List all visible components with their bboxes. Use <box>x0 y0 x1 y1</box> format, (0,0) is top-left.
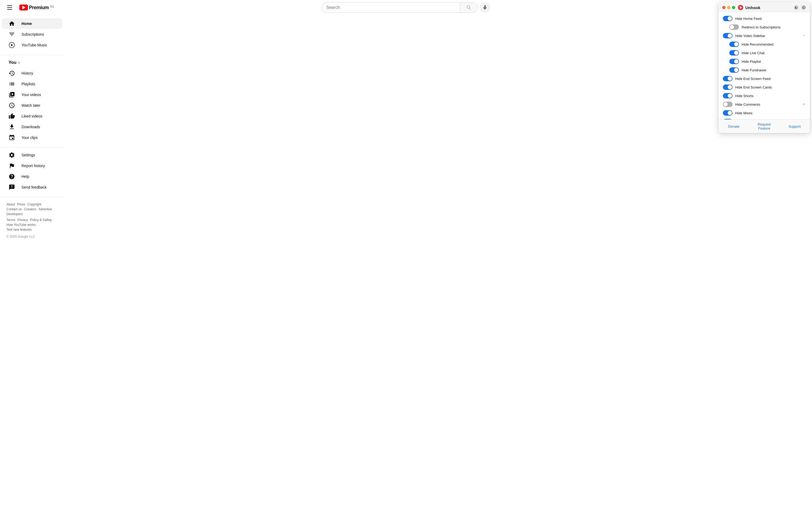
toggle-switch-hide-playlist[interactable] <box>729 59 739 64</box>
popup-toggle-row-hide-comments: Hide Comments+ <box>719 100 810 109</box>
footer-link-policy-safety[interactable]: Policy & Safety <box>30 218 52 222</box>
popup-toggle-row-hide-end-screen-feed: Hide End Screen Feed <box>719 74 810 83</box>
sidebar-item-send-feedback[interactable]: Send feedback <box>2 182 62 192</box>
logo-badge: SG <box>50 5 54 8</box>
footer-link-terms[interactable]: Terms <box>6 218 15 222</box>
popup-toggle-row-hide-recommended: Hide Recommended <box>719 40 810 49</box>
toggle-switch-hide-home-feed[interactable] <box>723 16 732 21</box>
yt-play-icon <box>22 6 26 9</box>
sidebar: Home Subscriptions YouTube Music You › <box>0 15 64 507</box>
toggle-switch-redirect-to-subscriptions[interactable] <box>729 24 739 30</box>
traffic-light-close[interactable] <box>722 6 725 9</box>
sidebar-item-history[interactable]: History <box>2 68 62 78</box>
popup-toggle-row-hide-mixes: Hide Mixes <box>719 109 810 117</box>
expand-icon-hide-comments[interactable]: + <box>802 101 806 107</box>
home-icon <box>9 20 15 27</box>
toggle-switch-hide-end-screen-cards[interactable] <box>723 84 732 90</box>
toggle-track-hide-merch-tickets-offers[interactable] <box>723 119 732 119</box>
toggle-switch-hide-live-chat[interactable] <box>729 50 739 56</box>
toggle-switch-hide-fundraiser[interactable] <box>729 67 739 73</box>
sidebar-item-label-liked-videos: Liked videos <box>21 114 42 118</box>
toggle-thumb-hide-end-screen-cards <box>728 85 732 89</box>
footer-link-creators[interactable]: Creators <box>24 207 36 211</box>
search-input[interactable] <box>322 5 460 10</box>
sidebar-item-settings[interactable]: Settings <box>2 150 62 160</box>
sidebar-item-your-clips[interactable]: Your clips <box>2 132 62 143</box>
sidebar-item-playlists[interactable]: Playlists <box>2 78 62 89</box>
popup-toggle-label-hide-recommended: Hide Recommended <box>742 42 806 46</box>
sidebar-you-header[interactable]: You › <box>2 57 62 68</box>
sidebar-item-youtube-music[interactable]: YouTube Music <box>2 40 62 50</box>
popup-toggle-row-hide-merch-tickets-offers: Hide Merch Tickets Offers <box>719 117 810 119</box>
footer-link-about[interactable]: About <box>6 203 15 206</box>
toggle-track-hide-home-feed[interactable] <box>723 16 732 21</box>
sidebar-item-label-home: Home <box>21 21 32 26</box>
toggle-thumb-hide-fundraiser <box>734 68 739 72</box>
toggle-track-hide-end-screen-cards[interactable] <box>723 84 732 90</box>
sidebar-item-downloads[interactable]: Downloads <box>2 121 62 132</box>
popup-donate-button[interactable]: Donate <box>719 120 749 133</box>
toggle-track-hide-video-sidebar[interactable] <box>723 33 732 38</box>
popup-power-icon[interactable]: ⏻ <box>801 5 806 10</box>
sidebar-item-report-history[interactable]: Report history <box>2 160 62 171</box>
footer-link-privacy[interactable]: Privacy <box>17 218 28 222</box>
footer-link-developers[interactable]: Developers <box>6 212 23 216</box>
sidebar-item-watch-later[interactable]: Watch later <box>2 100 62 111</box>
popup-brightness-icon[interactable]: ◐ <box>794 5 799 10</box>
toggle-switch-hide-mixes[interactable] <box>723 110 732 116</box>
footer-link-advertise[interactable]: Advertise <box>38 207 52 211</box>
sidebar-item-label-send-feedback: Send feedback <box>21 185 46 189</box>
toggle-thumb-hide-video-sidebar <box>728 34 732 38</box>
popup-toggle-row-hide-live-chat: Hide Live Chat <box>719 49 810 57</box>
traffic-light-maximize[interactable] <box>732 6 735 9</box>
footer-link-contact[interactable]: Contact us <box>6 207 22 211</box>
toggle-track-hide-recommended[interactable] <box>729 42 739 47</box>
svg-point-1 <box>11 44 13 46</box>
popup-support-button[interactable]: Support <box>779 120 810 133</box>
toggle-track-hide-mixes[interactable] <box>723 110 732 116</box>
toggle-thumb-hide-mixes <box>728 111 732 115</box>
popup-body: Hide Home FeedRedirect to SubscriptionsH… <box>719 12 810 119</box>
sidebar-item-subscriptions[interactable]: Subscriptions <box>2 29 62 40</box>
toggle-track-hide-end-screen-feed[interactable] <box>723 76 732 81</box>
header-left: PremiumSG <box>4 2 58 13</box>
popup-toggle-row-hide-shorts: Hide Shorts <box>719 92 810 100</box>
sidebar-item-label-playlists: Playlists <box>21 82 35 86</box>
sidebar-item-liked-videos[interactable]: Liked videos <box>2 111 62 121</box>
sidebar-item-your-videos[interactable]: Your videos <box>2 89 62 100</box>
toggle-track-hide-shorts[interactable] <box>723 93 732 99</box>
traffic-light-minimize[interactable] <box>727 6 730 9</box>
sidebar-item-label-help: Help <box>21 174 29 179</box>
toggle-track-hide-comments[interactable] <box>723 102 732 107</box>
sidebar-item-label-subscriptions: Subscriptions <box>21 32 44 37</box>
toggle-switch-hide-video-sidebar[interactable] <box>723 33 732 38</box>
toggle-switch-hide-merch-tickets-offers[interactable] <box>723 119 732 119</box>
toggle-thumb-hide-live-chat <box>734 51 739 55</box>
footer-link-test-features[interactable]: Test new features <box>6 228 32 231</box>
mic-button[interactable] <box>479 2 490 13</box>
menu-button[interactable] <box>4 2 15 13</box>
toggle-thumb-hide-comments <box>723 102 728 107</box>
toggle-switch-hide-end-screen-feed[interactable] <box>723 76 732 81</box>
sidebar-item-home[interactable]: Home <box>2 18 62 29</box>
toggle-switch-hide-shorts[interactable] <box>723 93 732 99</box>
sidebar-item-label-watch-later: Watch later <box>21 103 40 108</box>
popup-title-controls: ◐ ⏻ <box>794 5 806 10</box>
toggle-switch-hide-comments[interactable] <box>723 102 732 107</box>
footer-link-copyright[interactable]: Copyright <box>28 203 41 206</box>
toggle-track-hide-fundraiser[interactable] <box>729 67 739 73</box>
collapse-icon-hide-video-sidebar[interactable]: − <box>802 33 806 39</box>
logo[interactable]: PremiumSG <box>19 5 54 10</box>
footer-link-how-yt-works[interactable]: How YouTube works <box>6 223 36 227</box>
toggle-track-redirect-to-subscriptions[interactable] <box>729 24 739 30</box>
search-button[interactable] <box>460 2 477 13</box>
toggle-track-hide-playlist[interactable] <box>729 59 739 64</box>
toggle-switch-hide-recommended[interactable] <box>729 42 739 47</box>
sidebar-item-help[interactable]: Help <box>2 171 62 182</box>
popup-toggle-label-redirect-to-subscriptions: Redirect to Subscriptions <box>742 25 806 29</box>
popup-app-play-icon <box>740 6 742 9</box>
your-clips-icon <box>9 134 15 141</box>
toggle-track-hide-live-chat[interactable] <box>729 50 739 56</box>
popup-request-feature-button[interactable]: Request Feature <box>749 120 779 133</box>
footer-link-press[interactable]: Press <box>17 203 25 206</box>
